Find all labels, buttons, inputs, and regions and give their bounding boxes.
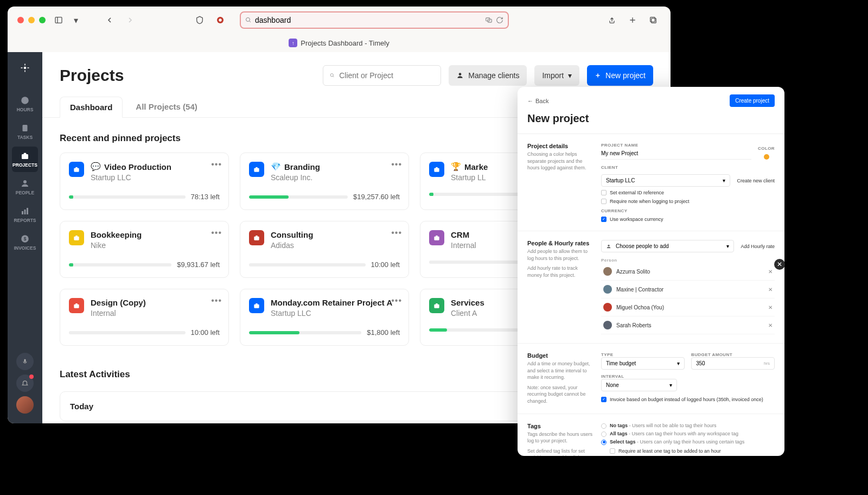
chevron-down-icon[interactable]: ▾ (72, 12, 80, 28)
project-card[interactable]: ••• Design (Copy) Internal 10:00 left (60, 289, 229, 346)
project-client: Scaleup Inc. (271, 173, 320, 182)
tabs-overview-icon[interactable] (646, 12, 661, 28)
card-more-icon[interactable]: ••• (211, 160, 222, 169)
svg-rect-35 (254, 168, 259, 172)
new-tab-icon[interactable] (625, 12, 640, 28)
progress-bar (69, 331, 186, 334)
svg-rect-36 (256, 167, 258, 168)
svg-point-12 (24, 67, 27, 69)
remove-person-icon[interactable]: ✕ (768, 322, 773, 328)
remove-person-icon[interactable]: ✕ (768, 287, 773, 293)
project-card[interactable]: ••• Monday.com Retainer Project A Startu… (240, 289, 409, 346)
sidebar-toggle-icon[interactable] (51, 12, 66, 28)
svg-rect-27 (24, 359, 26, 363)
share-icon[interactable] (604, 12, 620, 28)
sidebar-item-projects[interactable]: PROJECTS (12, 147, 38, 172)
interval-select[interactable]: None▾ (601, 379, 677, 391)
traffic-lights[interactable] (17, 17, 46, 23)
budget-left: 78:13 left (191, 193, 220, 201)
import-button[interactable]: Import ▾ (534, 65, 579, 86)
sidebar-item-people[interactable]: PEOPLE (12, 174, 38, 200)
sidebar-item-reports[interactable]: REPORTS (12, 202, 38, 227)
project-card[interactable]: ••• 💬Video Production Startup LLC 78:13 … (60, 153, 229, 210)
tab-strip: ↑ Projects Dashboard - Timely (8, 34, 671, 52)
progress-bar (69, 195, 186, 199)
sidebar-item-invoices[interactable]: $INVOICES (12, 230, 38, 255)
project-icon (429, 298, 444, 313)
reload-icon[interactable] (496, 16, 503, 24)
tab-all-projects[interactable]: All Projects (54) (126, 97, 207, 117)
add-hourly-rate-link[interactable]: Add Hourly rate (741, 244, 775, 249)
sidebar-item-tasks[interactable]: TASKS (12, 119, 38, 144)
ublock-icon[interactable] (213, 12, 228, 28)
color-picker[interactable] (764, 154, 769, 160)
notifications-button[interactable] (16, 375, 34, 392)
user-avatar[interactable] (16, 396, 34, 414)
svg-text:$: $ (24, 237, 27, 242)
budget-type-select[interactable]: Time budget▾ (601, 357, 685, 370)
project-name: CRM (451, 230, 476, 239)
svg-rect-37 (434, 168, 439, 172)
external-id-check[interactable]: Set external ID reference (601, 190, 775, 195)
svg-rect-34 (75, 167, 78, 168)
tags-radio-none[interactable]: No tags - Users will not be able to tag … (601, 423, 775, 429)
project-name-input[interactable] (601, 148, 751, 160)
app-favicon: ↑ (289, 39, 297, 47)
budget-left: $19,257.60 left (353, 193, 400, 201)
card-more-icon[interactable]: ••• (211, 296, 222, 306)
project-client: Client A (451, 309, 484, 318)
project-name: Design (Copy) (91, 298, 146, 307)
person-icon (606, 244, 611, 249)
tab-dashboard[interactable]: Dashboard (60, 97, 123, 118)
workspace-currency-check[interactable]: ✓Use workspace currency (601, 217, 775, 222)
require-note-check[interactable]: Require note when logging to project (601, 199, 775, 204)
card-more-icon[interactable]: ••• (211, 228, 222, 238)
svg-rect-45 (74, 304, 79, 308)
people-select[interactable]: Choose people to add▾ (601, 240, 734, 252)
client-select[interactable]: Startup LLC▾ (601, 174, 730, 187)
card-more-icon[interactable]: ••• (391, 228, 402, 238)
project-client: Startup LLC (271, 309, 392, 318)
tags-radio-all[interactable]: All tags - Users can tag their hours wit… (601, 431, 775, 437)
sidebar-logo[interactable] (12, 59, 38, 77)
project-card[interactable]: ••• Bookkeeping Nike $9,931.67 left (60, 221, 229, 278)
back-link[interactable]: ← Back (527, 98, 548, 104)
svg-point-17 (21, 97, 29, 104)
create-project-button[interactable]: Create project (730, 94, 775, 107)
project-name: Services (451, 298, 484, 307)
svg-rect-39 (74, 237, 79, 240)
nav-forward-icon[interactable] (123, 12, 138, 28)
sidebar-item-hours[interactable]: HOURS (12, 91, 38, 117)
require-tag-check[interactable]: Require at least one tag to be added to … (610, 448, 775, 454)
nav-back-icon[interactable] (102, 12, 117, 28)
manage-clients-button[interactable]: Manage clients (449, 65, 527, 86)
remove-person-icon[interactable]: ✕ (768, 269, 773, 275)
project-name: Consulting (271, 230, 313, 239)
card-more-icon[interactable]: ••• (391, 160, 402, 169)
project-name: Bookkeeping (91, 230, 142, 239)
svg-rect-40 (75, 236, 78, 237)
svg-point-21 (23, 180, 27, 183)
new-project-button[interactable]: New project (587, 65, 653, 86)
project-card[interactable]: ••• 💎Branding Scaleup Inc. $19,257.60 le… (240, 153, 409, 210)
card-more-icon[interactable]: ••• (391, 296, 402, 306)
progress-bar (249, 331, 361, 334)
address-bar[interactable] (240, 11, 509, 29)
shield-icon[interactable] (192, 12, 207, 28)
invoice-budget-check[interactable]: ✓Invoice based on budget instead of logg… (601, 397, 775, 402)
translate-icon[interactable] (485, 16, 493, 24)
remove-person-icon[interactable]: ✕ (768, 304, 773, 310)
project-card[interactable]: ••• Consulting Adidas 10:00 left (240, 221, 409, 278)
svg-point-4 (246, 18, 250, 22)
create-client-link[interactable]: Create new client (737, 178, 775, 183)
mic-button[interactable] (16, 353, 34, 370)
budget-amount-input[interactable]: 350hrs (691, 357, 775, 370)
tags-radio-select[interactable]: Select tags - Users can only tag their h… (601, 439, 775, 445)
person-name: Maxine | Contractor (616, 287, 764, 293)
progress-bar (249, 263, 366, 266)
close-panel-button[interactable]: ✕ (774, 259, 785, 270)
search-input[interactable] (339, 71, 434, 80)
url-input[interactable] (255, 16, 482, 24)
app-sidebar: HOURS TASKS PROJECTS PEOPLE REPORTS $INV… (8, 52, 42, 423)
search-box[interactable] (323, 65, 441, 86)
